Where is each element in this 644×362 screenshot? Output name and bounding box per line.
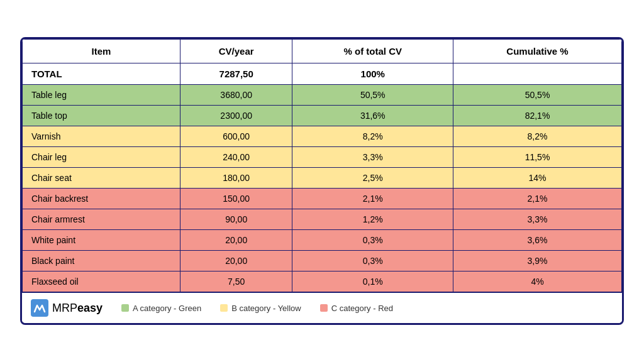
logo: MRPeasy — [31, 299, 103, 317]
row-cv: 2300,00 — [180, 106, 292, 126]
logo-text: MRPeasy — [52, 302, 103, 315]
row-cv: 180,00 — [180, 168, 292, 189]
row-item: Table leg — [23, 85, 180, 106]
legend-green: A category - Green — [121, 304, 201, 313]
row-cum: 2,1% — [453, 189, 622, 209]
row-item: Varnish — [23, 126, 180, 147]
mrpeasy-logo-icon — [31, 299, 48, 317]
footer: MRPeasy A category - Green B category - … — [22, 292, 622, 323]
row-pct: 3,3% — [292, 147, 453, 168]
col-pct-header: % of total CV — [292, 40, 453, 63]
row-cum: 82,1% — [453, 106, 622, 126]
total-cv: 7287,50 — [180, 63, 292, 85]
red-dot — [320, 304, 328, 312]
row-item: Chair armrest — [23, 209, 180, 230]
legend-red: C category - Red — [320, 304, 393, 313]
table-row: Chair backrest 150,00 2,1% 2,1% — [23, 189, 622, 209]
row-cv: 240,00 — [180, 147, 292, 168]
row-pct: 2,5% — [292, 168, 453, 189]
total-row: TOTAL 7287,50 100% — [23, 63, 622, 85]
table-row: Chair armrest 90,00 1,2% 3,3% — [23, 209, 622, 230]
svg-rect-0 — [31, 299, 48, 317]
table-row: Black paint 20,00 0,3% 3,9% — [23, 251, 622, 272]
yellow-label: B category - Yellow — [231, 304, 301, 313]
table-row: Table top 2300,00 31,6% 82,1% — [23, 106, 622, 126]
row-cv: 20,00 — [180, 230, 292, 251]
abc-table: Item CV/year % of total CV Cumulative % … — [22, 39, 622, 292]
col-cv-header: CV/year — [180, 40, 292, 63]
row-pct: 50,5% — [292, 85, 453, 106]
row-cv: 600,00 — [180, 126, 292, 147]
row-cum: 3,3% — [453, 209, 622, 230]
row-cum: 11,5% — [453, 147, 622, 168]
table-row: Chair seat 180,00 2,5% 14% — [23, 168, 622, 189]
row-item: Chair backrest — [23, 189, 180, 209]
row-pct: 0,1% — [292, 272, 453, 292]
total-pct: 100% — [292, 63, 453, 85]
row-pct: 8,2% — [292, 126, 453, 147]
table-row: White paint 20,00 0,3% 3,6% — [23, 230, 622, 251]
row-pct: 1,2% — [292, 209, 453, 230]
row-cv: 150,00 — [180, 189, 292, 209]
row-item: Chair leg — [23, 147, 180, 168]
main-container: Item CV/year % of total CV Cumulative % … — [20, 37, 624, 325]
row-item: Black paint — [23, 251, 180, 272]
legend-yellow: B category - Yellow — [220, 304, 301, 313]
table-row: Table leg 3680,00 50,5% 50,5% — [23, 85, 622, 106]
row-cv: 90,00 — [180, 209, 292, 230]
row-cum: 8,2% — [453, 126, 622, 147]
row-item: Table top — [23, 106, 180, 126]
red-label: C category - Red — [331, 304, 393, 313]
total-cum — [453, 63, 622, 85]
row-item: Chair seat — [23, 168, 180, 189]
table-row: Flaxseed oil 7,50 0,1% 4% — [23, 272, 622, 292]
row-pct: 0,3% — [292, 230, 453, 251]
row-cum: 3,6% — [453, 230, 622, 251]
row-cv: 20,00 — [180, 251, 292, 272]
green-dot — [121, 304, 129, 312]
legend: A category - Green B category - Yellow C… — [121, 304, 393, 313]
row-pct: 2,1% — [292, 189, 453, 209]
table-row: Chair leg 240,00 3,3% 11,5% — [23, 147, 622, 168]
green-label: A category - Green — [133, 304, 201, 313]
row-cv: 7,50 — [180, 272, 292, 292]
row-cum: 4% — [453, 272, 622, 292]
table-row: Varnish 600,00 8,2% 8,2% — [23, 126, 622, 147]
yellow-dot — [220, 304, 228, 312]
row-cv: 3680,00 — [180, 85, 292, 106]
row-cum: 50,5% — [453, 85, 622, 106]
row-item: White paint — [23, 230, 180, 251]
row-pct: 31,6% — [292, 106, 453, 126]
row-cum: 14% — [453, 168, 622, 189]
row-cum: 3,9% — [453, 251, 622, 272]
col-item-header: Item — [23, 40, 180, 63]
col-cum-header: Cumulative % — [453, 40, 622, 63]
row-pct: 0,3% — [292, 251, 453, 272]
header-row: Item CV/year % of total CV Cumulative % — [23, 40, 622, 63]
total-item: TOTAL — [23, 63, 180, 85]
row-item: Flaxseed oil — [23, 272, 180, 292]
